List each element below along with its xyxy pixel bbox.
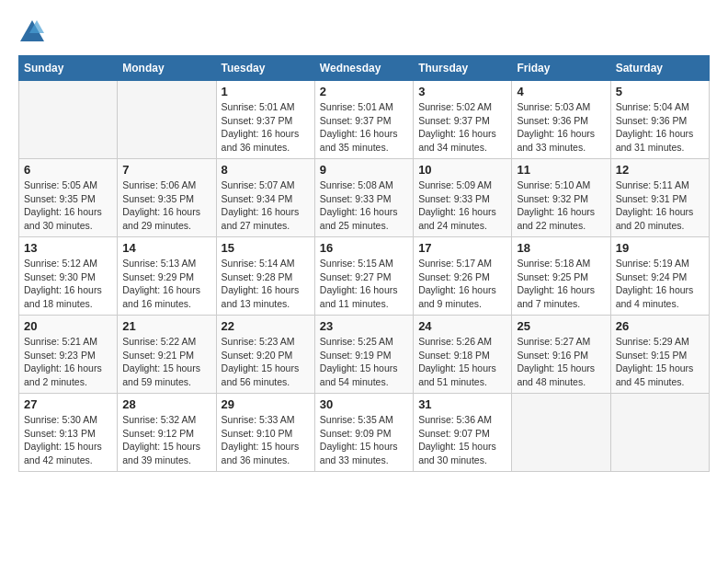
calendar-cell: 5Sunrise: 5:04 AM Sunset: 9:36 PM Daylig… [610,81,709,159]
day-number: 19 [616,241,704,255]
day-info: Sunrise: 5:07 AM Sunset: 9:34 PM Dayligh… [222,178,310,233]
day-info: Sunrise: 5:03 AM Sunset: 9:36 PM Dayligh… [517,100,605,155]
logo-icon [18,18,46,46]
calendar-cell: 27Sunrise: 5:30 AM Sunset: 9:13 PM Dayli… [19,394,118,472]
calendar-cell: 21Sunrise: 5:22 AM Sunset: 9:21 PM Dayli… [118,316,216,394]
day-info: Sunrise: 5:09 AM Sunset: 9:33 PM Dayligh… [418,178,506,233]
calendar-cell: 1Sunrise: 5:01 AM Sunset: 9:37 PM Daylig… [216,81,314,159]
day-info: Sunrise: 5:35 AM Sunset: 9:09 PM Dayligh… [320,413,408,467]
day-number: 27 [24,397,112,411]
calendar-week-row: 6Sunrise: 5:05 AM Sunset: 9:35 PM Daylig… [19,159,710,237]
calendar-cell: 28Sunrise: 5:32 AM Sunset: 9:12 PM Dayli… [118,394,216,472]
calendar-header-saturday: Saturday [610,56,709,81]
calendar-cell: 3Sunrise: 5:02 AM Sunset: 9:37 PM Daylig… [414,81,512,159]
calendar-cell: 22Sunrise: 5:23 AM Sunset: 9:20 PM Dayli… [216,316,314,394]
day-info: Sunrise: 5:01 AM Sunset: 9:37 PM Dayligh… [222,100,310,155]
day-number: 5 [616,85,704,98]
day-number: 20 [24,319,112,333]
day-info: Sunrise: 5:22 AM Sunset: 9:21 PM Dayligh… [122,335,210,389]
day-info: Sunrise: 5:36 AM Sunset: 9:07 PM Dayligh… [418,413,506,467]
calendar-week-row: 1Sunrise: 5:01 AM Sunset: 9:37 PM Daylig… [19,81,710,159]
calendar-cell: 13Sunrise: 5:12 AM Sunset: 9:30 PM Dayli… [19,237,118,316]
day-number: 16 [320,241,408,255]
day-number: 24 [418,319,506,333]
day-number: 23 [320,319,408,333]
day-info: Sunrise: 5:27 AM Sunset: 9:16 PM Dayligh… [517,335,605,389]
calendar-body: 1Sunrise: 5:01 AM Sunset: 9:37 PM Daylig… [19,81,710,472]
day-info: Sunrise: 5:04 AM Sunset: 9:36 PM Dayligh… [616,100,704,155]
day-number: 17 [418,241,506,255]
calendar-cell: 29Sunrise: 5:33 AM Sunset: 9:10 PM Dayli… [216,394,314,472]
day-number: 8 [222,163,310,177]
day-number: 25 [517,319,605,333]
day-number: 2 [320,85,408,98]
calendar-header-friday: Friday [512,56,610,81]
calendar-week-row: 27Sunrise: 5:30 AM Sunset: 9:13 PM Dayli… [19,394,710,472]
day-number: 22 [222,319,310,333]
calendar-cell: 31Sunrise: 5:36 AM Sunset: 9:07 PM Dayli… [414,394,512,472]
calendar-cell: 20Sunrise: 5:21 AM Sunset: 9:23 PM Dayli… [19,316,118,394]
day-info: Sunrise: 5:18 AM Sunset: 9:25 PM Dayligh… [517,257,605,311]
day-info: Sunrise: 5:30 AM Sunset: 9:13 PM Dayligh… [24,413,112,467]
day-number: 30 [320,397,408,411]
day-info: Sunrise: 5:25 AM Sunset: 9:19 PM Dayligh… [320,335,408,389]
day-info: Sunrise: 5:14 AM Sunset: 9:28 PM Dayligh… [222,257,310,311]
calendar-cell: 11Sunrise: 5:10 AM Sunset: 9:32 PM Dayli… [512,159,610,237]
day-info: Sunrise: 5:12 AM Sunset: 9:30 PM Dayligh… [24,257,112,311]
day-number: 29 [222,397,310,411]
day-info: Sunrise: 5:13 AM Sunset: 9:29 PM Dayligh… [122,257,210,311]
day-number: 31 [418,397,506,411]
calendar-cell: 15Sunrise: 5:14 AM Sunset: 9:28 PM Dayli… [216,237,314,316]
day-info: Sunrise: 5:21 AM Sunset: 9:23 PM Dayligh… [24,335,112,389]
calendar-header-row: SundayMondayTuesdayWednesdayThursdayFrid… [19,56,710,81]
day-info: Sunrise: 5:26 AM Sunset: 9:18 PM Dayligh… [418,335,506,389]
day-info: Sunrise: 5:06 AM Sunset: 9:35 PM Dayligh… [122,178,210,233]
calendar-cell: 17Sunrise: 5:17 AM Sunset: 9:26 PM Dayli… [414,237,512,316]
calendar-cell: 25Sunrise: 5:27 AM Sunset: 9:16 PM Dayli… [512,316,610,394]
day-number: 11 [517,163,605,177]
calendar-cell: 8Sunrise: 5:07 AM Sunset: 9:34 PM Daylig… [216,159,314,237]
page-header [18,18,710,46]
day-info: Sunrise: 5:19 AM Sunset: 9:24 PM Dayligh… [616,257,704,311]
calendar-cell: 26Sunrise: 5:29 AM Sunset: 9:15 PM Dayli… [610,316,709,394]
calendar-header-wednesday: Wednesday [314,56,413,81]
calendar-cell: 12Sunrise: 5:11 AM Sunset: 9:31 PM Dayli… [610,159,709,237]
calendar-header-monday: Monday [118,56,216,81]
day-info: Sunrise: 5:29 AM Sunset: 9:15 PM Dayligh… [616,335,704,389]
calendar-cell [512,394,610,472]
day-number: 13 [24,241,112,255]
day-number: 15 [222,241,310,255]
day-number: 3 [418,85,506,98]
calendar-week-row: 20Sunrise: 5:21 AM Sunset: 9:23 PM Dayli… [19,316,710,394]
day-number: 18 [517,241,605,255]
calendar-header-tuesday: Tuesday [216,56,314,81]
day-info: Sunrise: 5:11 AM Sunset: 9:31 PM Dayligh… [616,178,704,233]
calendar-cell: 23Sunrise: 5:25 AM Sunset: 9:19 PM Dayli… [314,316,413,394]
day-info: Sunrise: 5:33 AM Sunset: 9:10 PM Dayligh… [222,413,310,467]
calendar-header-thursday: Thursday [414,56,512,81]
day-info: Sunrise: 5:23 AM Sunset: 9:20 PM Dayligh… [222,335,310,389]
calendar-cell: 16Sunrise: 5:15 AM Sunset: 9:27 PM Dayli… [314,237,413,316]
calendar-cell: 4Sunrise: 5:03 AM Sunset: 9:36 PM Daylig… [512,81,610,159]
calendar-cell: 19Sunrise: 5:19 AM Sunset: 9:24 PM Dayli… [610,237,709,316]
calendar-cell: 14Sunrise: 5:13 AM Sunset: 9:29 PM Dayli… [118,237,216,316]
day-number: 14 [122,241,210,255]
day-info: Sunrise: 5:32 AM Sunset: 9:12 PM Dayligh… [122,413,210,467]
calendar-header-sunday: Sunday [19,56,118,81]
day-info: Sunrise: 5:05 AM Sunset: 9:35 PM Dayligh… [24,178,112,233]
day-number: 28 [122,397,210,411]
calendar-cell: 24Sunrise: 5:26 AM Sunset: 9:18 PM Dayli… [414,316,512,394]
calendar-cell: 30Sunrise: 5:35 AM Sunset: 9:09 PM Dayli… [314,394,413,472]
calendar-cell [19,81,118,159]
day-number: 4 [517,85,605,98]
day-number: 21 [122,319,210,333]
day-number: 9 [320,163,408,177]
day-info: Sunrise: 5:17 AM Sunset: 9:26 PM Dayligh… [418,257,506,311]
day-number: 6 [24,163,112,177]
day-number: 12 [616,163,704,177]
calendar-week-row: 13Sunrise: 5:12 AM Sunset: 9:30 PM Dayli… [19,237,710,316]
day-number: 7 [122,163,210,177]
calendar-cell [118,81,216,159]
day-info: Sunrise: 5:10 AM Sunset: 9:32 PM Dayligh… [517,178,605,233]
day-info: Sunrise: 5:15 AM Sunset: 9:27 PM Dayligh… [320,257,408,311]
